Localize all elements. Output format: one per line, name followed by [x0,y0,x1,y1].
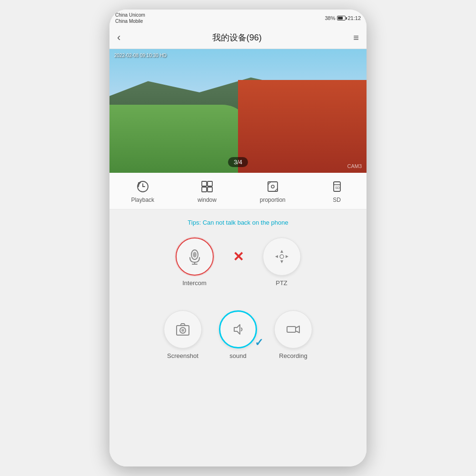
red-x-indicator: ✕ [233,249,244,265]
toolbar-playback[interactable]: Playback [131,178,154,203]
menu-button[interactable]: ≡ [353,32,359,43]
window-label: window [198,197,217,203]
main-content: Tips: Can not talk back on the phone Int… [109,209,367,466]
svg-point-17 [280,255,284,258]
playback-icon [135,178,151,195]
ptz-button[interactable] [263,238,301,276]
status-right: 38% 21:12 [325,15,361,21]
carrier1: China Unicom [115,12,145,18]
svg-rect-4 [208,187,212,192]
time: 21:12 [347,15,361,21]
camera-feed[interactable]: 2022-02-08 09:10:30 HD 3/4 CAM3 [109,49,367,173]
page-title: 我的设备(96) [212,32,262,43]
battery-percent: 38% [325,15,335,21]
recording-button[interactable] [274,310,312,348]
svg-rect-3 [202,187,207,192]
sound-checkmark: ✓ [255,337,263,349]
camera-counter: 3/4 [228,157,248,167]
battery-icon [337,16,346,20]
sound-button[interactable]: ✓ [219,310,257,348]
intercom-control[interactable]: Intercom [176,238,214,287]
svg-marker-13 [280,250,283,253]
status-bar: China Unicom China Mobile 38% 21:12 [109,10,367,27]
playback-label: Playback [131,197,154,203]
back-button[interactable]: ‹ [117,31,120,44]
svg-marker-15 [275,255,278,258]
header: ‹ 我的设备(96) ≡ [109,27,367,49]
screenshot-label: Screenshot [167,352,198,359]
svg-rect-1 [202,181,207,186]
tips-text: Tips: Can not talk back on the phone [188,219,288,226]
svg-point-10 [193,252,197,258]
svg-marker-23 [296,326,299,333]
svg-point-20 [181,329,184,332]
screenshot-button[interactable] [164,310,202,348]
ptz-control[interactable]: PTZ [263,238,301,287]
svg-marker-14 [280,260,283,263]
sound-label: sound [229,352,246,359]
screenshot-control[interactable]: Screenshot [164,310,202,359]
camera-label: CAM3 [347,163,362,169]
toolbar: Playback window [109,173,367,209]
ptz-label: PTZ [276,279,288,287]
recording-control[interactable]: Recording [274,310,312,359]
proportion-icon [265,178,281,195]
sound-control[interactable]: ✓ sound [219,310,257,359]
svg-rect-22 [287,327,296,332]
intercom-button[interactable] [176,238,214,276]
building-bg [238,80,367,173]
svg-text:SD: SD [335,186,340,189]
sd-label: SD [333,197,341,203]
controls-row: Intercom ✕ PTZ [176,238,301,287]
window-icon [199,178,215,195]
carrier2: China Mobile [115,18,145,24]
sd-icon: SD [329,178,345,195]
phone-container: China Unicom China Mobile 38% 21:12 ‹ 我的… [109,10,367,466]
timestamp-overlay: 2022-02-08 09:10:30 HD [114,53,167,58]
svg-rect-2 [208,181,212,186]
svg-point-6 [271,185,274,188]
recording-label: Recording [279,352,307,359]
proportion-label: proportion [260,197,286,203]
carrier-info: China Unicom China Mobile [115,12,145,24]
svg-marker-16 [286,255,288,258]
toolbar-proportion[interactable]: proportion [260,178,286,203]
intercom-label: Intercom [182,279,207,287]
toolbar-sd[interactable]: SD SD [329,178,345,203]
svg-marker-21 [234,325,240,334]
bottom-row: Screenshot ✓ sound [164,310,312,359]
toolbar-window[interactable]: window [198,178,217,203]
